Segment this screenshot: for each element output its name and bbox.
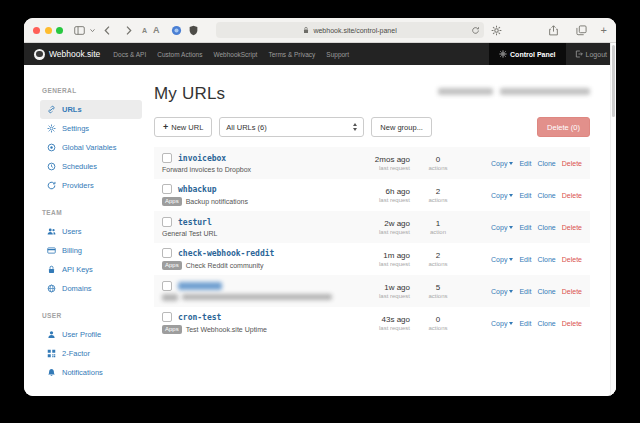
row-checkbox[interactable] bbox=[162, 312, 172, 322]
copy-link[interactable]: Copy bbox=[491, 160, 513, 167]
plus-icon: + bbox=[163, 123, 168, 132]
minimize-window-button[interactable] bbox=[45, 27, 52, 34]
row-checkbox[interactable] bbox=[162, 217, 172, 227]
url-name-link[interactable]: testurl bbox=[178, 218, 212, 227]
sidebar-item-urls[interactable]: URLs bbox=[40, 100, 142, 119]
forward-button[interactable] bbox=[123, 25, 134, 36]
edit-link[interactable]: Edit bbox=[519, 224, 531, 231]
copy-link[interactable]: Copy bbox=[491, 256, 513, 263]
actions-count-label: actions bbox=[410, 293, 466, 299]
address-bar[interactable]: webhook.site/control-panel bbox=[216, 22, 484, 38]
sidebar-item-2-factor[interactable]: 2-Factor bbox=[40, 344, 142, 363]
copy-link[interactable]: Copy bbox=[491, 288, 513, 295]
clone-link[interactable]: Clone bbox=[537, 192, 555, 199]
table-row: invoiceboxForward invoices to Dropbox2mo… bbox=[154, 147, 590, 179]
nav-link-terms-privacy[interactable]: Terms & Privacy bbox=[268, 51, 315, 58]
actions-count-cell: 2actions bbox=[410, 187, 466, 203]
url-group-filter-select[interactable]: All URLs (6) bbox=[219, 117, 364, 137]
new-group-label: New group... bbox=[380, 123, 423, 132]
row-checkbox[interactable] bbox=[162, 153, 172, 163]
row-checkbox[interactable] bbox=[162, 184, 172, 194]
sidebar-item-domains[interactable]: Domains bbox=[40, 279, 142, 298]
decrease-text-size-button[interactable]: A bbox=[142, 27, 147, 34]
new-url-button[interactable]: + New URL bbox=[154, 117, 212, 137]
sidebar-item-billing[interactable]: Billing bbox=[40, 241, 142, 260]
last-request-cell: 2w agolast request bbox=[352, 219, 410, 235]
titlebar-right-icons: + bbox=[545, 25, 607, 36]
clone-link[interactable]: Clone bbox=[537, 224, 555, 231]
last-request-time: 6h ago bbox=[352, 187, 410, 196]
brand-name: Webhook.site bbox=[49, 49, 100, 59]
sidebar-item-notifications[interactable]: Notifications bbox=[40, 363, 142, 382]
delete-link[interactable]: Delete bbox=[562, 160, 582, 167]
url-name-link[interactable]: check-webhook-reddit bbox=[178, 249, 274, 258]
scrollbar-thumb[interactable] bbox=[612, 45, 615, 117]
edit-link[interactable]: Edit bbox=[519, 160, 531, 167]
new-tab-button[interactable]: + bbox=[601, 25, 607, 36]
actions-count: 2 bbox=[410, 187, 466, 196]
edit-link[interactable]: Edit bbox=[519, 256, 531, 263]
reload-icon[interactable] bbox=[471, 26, 480, 35]
sidebar-item-schedules[interactable]: Schedules bbox=[40, 157, 142, 176]
sidebar-item-global-variables[interactable]: Global Variables bbox=[40, 138, 142, 157]
url-toolbar: + New URL All URLs (6) New group... Dele… bbox=[154, 117, 590, 137]
apps-badge: Apps bbox=[162, 197, 182, 206]
delete-link[interactable]: Delete bbox=[562, 192, 582, 199]
delete-link[interactable]: Delete bbox=[562, 288, 582, 295]
webhook-site-logo[interactable]: Webhook.site bbox=[34, 49, 100, 60]
zoom-window-button[interactable] bbox=[56, 27, 63, 34]
edit-link[interactable]: Edit bbox=[519, 192, 531, 199]
control-panel-button[interactable]: Control Panel bbox=[489, 43, 566, 65]
delete-link[interactable]: Delete bbox=[562, 256, 582, 263]
share-icon[interactable] bbox=[548, 25, 559, 36]
clone-link[interactable]: Clone bbox=[537, 320, 555, 327]
delete-link[interactable]: Delete bbox=[562, 224, 582, 231]
clone-link[interactable]: Clone bbox=[537, 160, 555, 167]
main-panel: My URLs + New URL All URLs (6) New group… bbox=[148, 65, 616, 396]
address-bar-url: webhook.site/control-panel bbox=[313, 27, 396, 34]
logout-button[interactable]: Logout bbox=[566, 43, 616, 65]
edit-link[interactable]: Edit bbox=[519, 320, 531, 327]
back-button[interactable] bbox=[102, 25, 113, 36]
clone-link[interactable]: Clone bbox=[537, 288, 555, 295]
sidebar-section-label-user: USER bbox=[42, 312, 148, 319]
url-name-link[interactable]: invoicebox bbox=[178, 154, 226, 163]
delete-selected-button[interactable]: Delete (0) bbox=[537, 117, 590, 137]
copy-link[interactable]: Copy bbox=[491, 192, 513, 199]
chevron-down-icon[interactable] bbox=[89, 27, 96, 34]
sidebar-item-providers[interactable]: Providers bbox=[40, 176, 142, 195]
sidebar-item-users[interactable]: Users bbox=[40, 222, 142, 241]
sidebar-item-user-profile[interactable]: User Profile bbox=[40, 325, 142, 344]
copy-link[interactable]: Copy bbox=[491, 224, 513, 231]
nav-link-support[interactable]: Support bbox=[326, 51, 349, 58]
close-window-button[interactable] bbox=[33, 27, 40, 34]
settings-gear-icon[interactable] bbox=[491, 25, 502, 36]
extension-icon[interactable] bbox=[171, 25, 182, 36]
copy-link[interactable]: Copy bbox=[491, 320, 513, 327]
new-group-button[interactable]: New group... bbox=[371, 117, 432, 137]
clone-link[interactable]: Clone bbox=[537, 256, 555, 263]
nav-link-custom-actions[interactable]: Custom Actions bbox=[157, 51, 202, 58]
row-checkbox[interactable] bbox=[162, 281, 172, 291]
tab-overview-icon[interactable] bbox=[576, 25, 587, 36]
url-name-link[interactable]: whbackup bbox=[178, 185, 217, 194]
sidebar-item-settings[interactable]: Settings bbox=[40, 119, 142, 138]
last-request-label: last request bbox=[352, 325, 410, 331]
sidebar-toggle-icon[interactable] bbox=[74, 25, 85, 36]
url-name-link[interactable]: cron-test bbox=[178, 313, 221, 322]
shield-icon[interactable] bbox=[188, 25, 199, 36]
actions-count-label: actions bbox=[410, 197, 466, 203]
nav-link-webhookscript[interactable]: WebhookScript bbox=[213, 51, 257, 58]
edit-link[interactable]: Edit bbox=[519, 288, 531, 295]
lock-icon bbox=[302, 26, 310, 34]
url-cell bbox=[162, 281, 352, 301]
url-description: General Test URL bbox=[162, 230, 218, 237]
caret-down-icon bbox=[509, 194, 513, 197]
sidebar-item-api-keys[interactable]: API Keys bbox=[40, 260, 142, 279]
nav-link-docs-api[interactable]: Docs & API bbox=[113, 51, 146, 58]
increase-text-size-button[interactable]: A bbox=[153, 25, 160, 35]
table-row: check-webhook-redditAppsCheck Reddit com… bbox=[154, 243, 590, 275]
row-checkbox[interactable] bbox=[162, 248, 172, 258]
last-request-cell: 6h agolast request bbox=[352, 187, 410, 203]
delete-link[interactable]: Delete bbox=[562, 320, 582, 327]
